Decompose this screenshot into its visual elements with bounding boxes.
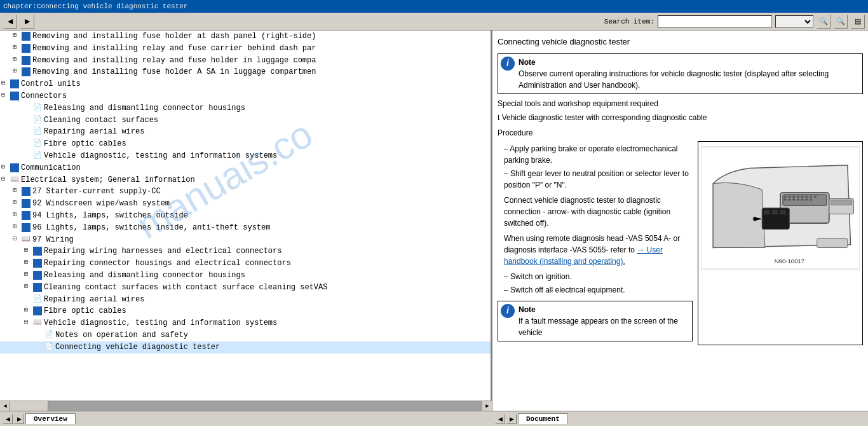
expand-icon: ⊞ xyxy=(13,55,20,64)
svg-rect-19 xyxy=(764,209,770,214)
bottom-scrollbar[interactable]: ◀ ▶ xyxy=(0,401,492,411)
toc-item-9[interactable]: 📄 Repairing aerial wires xyxy=(0,126,491,138)
nav-prev-btn[interactable]: ◀ xyxy=(3,414,13,424)
toc-label: Vehicle diagnostic, testing and informat… xyxy=(44,318,277,329)
toolbar-btn-1[interactable]: ◀ xyxy=(3,15,17,29)
toc-label: Cleaning contact surfaces with contact s… xyxy=(44,282,327,293)
toc-item-5[interactable]: ⊞ Control units xyxy=(0,78,491,90)
diagram-box: N90-10017 xyxy=(698,141,863,345)
expand-icon: ⊞ xyxy=(24,270,32,279)
blue-diamond-icon xyxy=(10,163,19,172)
toc-item-1[interactable]: ⊞ Removing and installing fuse holder at… xyxy=(0,31,491,43)
expand-icon: ⊟ xyxy=(13,235,20,244)
toc-item-4[interactable]: ⊞ Removing and installing fuse holder A … xyxy=(0,66,491,78)
toc-item-15[interactable]: ⊞ 27 Starter-current supply-CC xyxy=(0,186,491,198)
expand-icon: ⊞ xyxy=(13,31,20,40)
toc-item-21[interactable]: ⊞ Repairing connector housings and elect… xyxy=(0,258,491,270)
left-panel[interactable]: ⊞ Removing and installing fuse holder at… xyxy=(0,31,492,411)
connector-diagram: N90-10017 xyxy=(701,144,860,271)
toc-item-12[interactable]: ⊞ Communication xyxy=(0,162,491,174)
expand-icon: ⊞ xyxy=(24,306,32,315)
toc-label: Releasing and dismantling connector hous… xyxy=(44,270,245,281)
svg-rect-9 xyxy=(810,195,812,197)
search-select[interactable] xyxy=(775,15,813,28)
toc-item-2[interactable]: ⊞ Removing and installing relay and fuse… xyxy=(0,43,491,55)
expand-icon: ⊞ xyxy=(13,186,20,195)
expand-icon xyxy=(24,127,32,135)
svg-rect-15 xyxy=(801,198,804,200)
toc-item-8[interactable]: 📄 Cleaning contact surfaces xyxy=(0,114,491,127)
toc-item-18[interactable]: ⊞ 96 Lights, lamps, switches inside, ant… xyxy=(0,222,491,234)
blue-diamond-icon xyxy=(22,211,31,220)
blue-diamond-icon xyxy=(22,32,31,41)
toc-label: Repairing aerial wires xyxy=(44,294,144,305)
toc-label: Connectors xyxy=(21,91,67,102)
toc-item-28[interactable]: 📄 Connecting vehicle diagnostic tester xyxy=(0,341,491,354)
open-book-icon: 📖 xyxy=(10,175,19,184)
toc-label: Vehicle diagnostic, testing and informat… xyxy=(44,151,277,161)
nav-next-btn-right[interactable]: ▶ xyxy=(506,414,517,424)
toc-item-3[interactable]: ⊞ Removing and installing relay and fuse… xyxy=(0,55,491,67)
scroll-right-btn[interactable]: ▶ xyxy=(482,401,492,411)
toolbar-btn-3[interactable]: ▤ xyxy=(851,15,865,29)
toc-label: Control units xyxy=(21,79,81,90)
procedure-header: Procedure xyxy=(498,127,863,139)
expand-icon: ⊟ xyxy=(1,175,9,184)
note-content-1: Note Observe current operating instructi… xyxy=(519,57,860,91)
tab-overview[interactable]: Overview xyxy=(25,413,76,424)
toc-item-26[interactable]: ⊟ 📖 Vehicle diagnostic, testing and info… xyxy=(0,317,491,329)
expand-icon: ⊞ xyxy=(13,198,20,207)
svg-rect-6 xyxy=(797,195,799,197)
toc-item-27[interactable]: 📄 Notes on operation and safety xyxy=(0,329,491,341)
search-btn-1[interactable]: 🔍 xyxy=(817,15,831,29)
svg-rect-11 xyxy=(784,198,787,200)
tab-document[interactable]: Document xyxy=(518,413,568,424)
doc-icon: 📄 xyxy=(33,151,42,160)
expand-icon: ⊞ xyxy=(13,210,20,219)
toc-item-17[interactable]: ⊞ 94 Lights, lamps, switches outside xyxy=(0,210,491,222)
toc-item-16[interactable]: ⊞ 92 Windscreen wipe/wash system xyxy=(0,198,491,210)
toc-item-20[interactable]: ⊞ Repairing wiring harnesses and electri… xyxy=(0,245,491,258)
search-label: Search item: xyxy=(604,18,654,25)
doc-title: Connecting vehicle diagnostic tester xyxy=(498,36,863,48)
blue-diamond-icon xyxy=(22,67,31,76)
svg-rect-17 xyxy=(810,198,812,200)
step-1: Apply parking brake or operate electrome… xyxy=(504,143,693,166)
toc-item-23[interactable]: ⊞ Cleaning contact surfaces with contact… xyxy=(0,282,491,294)
toc-label: 94 Lights, lamps, switches outside xyxy=(32,210,188,221)
note-label-2: Note xyxy=(519,304,689,315)
svg-rect-14 xyxy=(797,198,799,200)
step-2: Shift gear lever to neutral position or … xyxy=(504,168,693,191)
toc-label: Electrical system; General information xyxy=(21,175,195,186)
svg-rect-3 xyxy=(784,195,787,197)
search-input[interactable] xyxy=(658,15,772,28)
toc-item-25[interactable]: ⊞ Fibre optic cables xyxy=(0,305,491,317)
note-label-1: Note xyxy=(519,57,860,68)
scroll-thumb[interactable] xyxy=(10,401,48,411)
expand-icon xyxy=(24,294,32,303)
toc-item-24[interactable]: 📄 Repairing aerial wires xyxy=(0,294,491,306)
toc-label: Fibre optic cables xyxy=(44,306,126,317)
note-text-2: If a fault message appears on the screen… xyxy=(519,315,689,338)
toc-item-22[interactable]: ⊞ Releasing and dismantling connector ho… xyxy=(0,270,491,282)
toc-item-7[interactable]: 📄 Releasing and dismantling connector ho… xyxy=(0,102,491,114)
search-btn-2[interactable]: 🔍 xyxy=(834,15,848,29)
nav-next-btn[interactable]: ▶ xyxy=(14,414,24,424)
toc-item-13[interactable]: ⊟ 📖 Electrical system; General informati… xyxy=(0,174,491,186)
expand-icon: ⊟ xyxy=(1,91,9,100)
svg-rect-10 xyxy=(814,195,817,197)
special-tools-header: Special tools and workshop equipment req… xyxy=(498,98,863,109)
scroll-left-btn[interactable]: ◀ xyxy=(0,401,10,411)
open-book-icon: 📖 xyxy=(33,318,42,327)
svg-rect-4 xyxy=(789,195,791,197)
svg-rect-25 xyxy=(817,238,848,247)
toolbar-btn-2[interactable]: ▶ xyxy=(20,15,34,29)
toolbar: ◀ ▶ Search item: 🔍 🔍 ▤ xyxy=(0,13,868,31)
toc-item-11[interactable]: 📄 Vehicle diagnostic, testing and inform… xyxy=(0,150,491,162)
blue-diamond-icon xyxy=(33,271,42,280)
nav-prev-btn-right[interactable]: ◀ xyxy=(495,414,505,424)
toc-item-19[interactable]: ⊟ 📖 97 Wiring xyxy=(0,234,491,246)
toc-item-6[interactable]: ⊟ Connectors xyxy=(0,90,491,102)
toc-item-10[interactable]: 📄 Fibre optic cables xyxy=(0,138,491,150)
connect-text: Connect vehicle diagnostic tester to dia… xyxy=(504,195,693,229)
